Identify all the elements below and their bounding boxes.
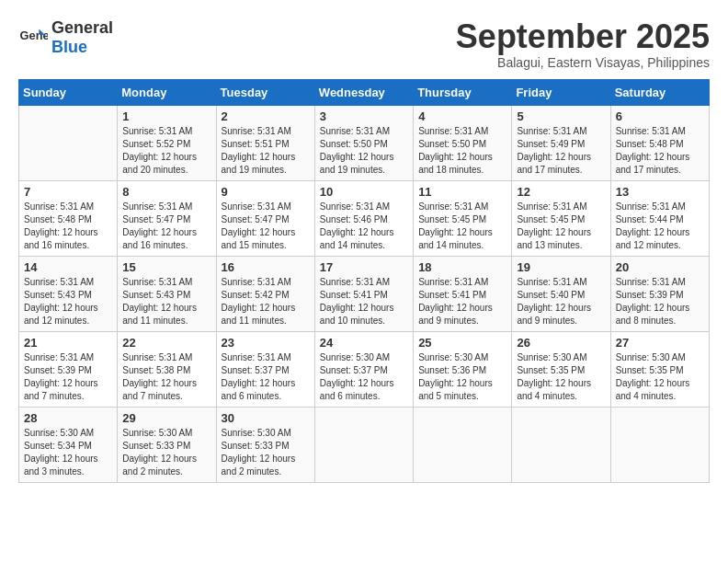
- header-day: Thursday: [414, 79, 512, 105]
- calendar-cell: 5Sunrise: 5:31 AM Sunset: 5:49 PM Daylig…: [512, 105, 610, 180]
- cell-info: Sunrise: 5:31 AM Sunset: 5:44 PM Dayligh…: [616, 201, 704, 252]
- day-number: 17: [320, 260, 408, 274]
- calendar-week-row: 1Sunrise: 5:31 AM Sunset: 5:52 PM Daylig…: [19, 105, 710, 180]
- calendar-cell: 6Sunrise: 5:31 AM Sunset: 5:48 PM Daylig…: [610, 105, 709, 180]
- day-number: 11: [418, 185, 506, 199]
- calendar-cell: 30Sunrise: 5:30 AM Sunset: 5:33 PM Dayli…: [216, 407, 314, 482]
- cell-info: Sunrise: 5:31 AM Sunset: 5:38 PM Dayligh…: [122, 351, 210, 403]
- calendar-cell: 9Sunrise: 5:31 AM Sunset: 5:47 PM Daylig…: [216, 180, 314, 256]
- cell-info: Sunrise: 5:30 AM Sunset: 5:35 PM Dayligh…: [616, 351, 704, 403]
- header-day: Sunday: [19, 79, 118, 105]
- calendar-cell: 7Sunrise: 5:31 AM Sunset: 5:48 PM Daylig…: [19, 180, 118, 256]
- day-number: 9: [222, 185, 310, 199]
- cell-info: Sunrise: 5:31 AM Sunset: 5:52 PM Dayligh…: [122, 125, 210, 177]
- day-number: 30: [222, 411, 310, 425]
- cell-info: Sunrise: 5:31 AM Sunset: 5:39 PM Dayligh…: [616, 276, 704, 327]
- day-number: 5: [517, 109, 605, 123]
- calendar-cell: 4Sunrise: 5:31 AM Sunset: 5:50 PM Daylig…: [414, 105, 512, 180]
- location: Balagui, Eastern Visayas, Philippines: [456, 55, 710, 70]
- calendar-week-row: 14Sunrise: 5:31 AM Sunset: 5:43 PM Dayli…: [19, 256, 710, 331]
- calendar-cell: 17Sunrise: 5:31 AM Sunset: 5:41 PM Dayli…: [314, 256, 413, 331]
- cell-info: Sunrise: 5:31 AM Sunset: 5:40 PM Dayligh…: [517, 276, 605, 327]
- cell-info: Sunrise: 5:30 AM Sunset: 5:33 PM Dayligh…: [122, 427, 210, 478]
- calendar-cell: 16Sunrise: 5:31 AM Sunset: 5:42 PM Dayli…: [216, 256, 314, 331]
- cell-info: Sunrise: 5:31 AM Sunset: 5:47 PM Dayligh…: [222, 201, 310, 252]
- logo-general-text: General: [51, 18, 113, 37]
- cell-info: Sunrise: 5:31 AM Sunset: 5:48 PM Dayligh…: [616, 125, 704, 177]
- day-number: 14: [24, 260, 112, 274]
- header: General General Blue September 2025 Bala…: [18, 18, 710, 70]
- day-number: 2: [222, 109, 310, 123]
- day-number: 15: [122, 260, 210, 274]
- calendar-cell: 20Sunrise: 5:31 AM Sunset: 5:39 PM Dayli…: [610, 256, 709, 331]
- month-title: September 2025: [456, 18, 710, 55]
- calendar-cell: 23Sunrise: 5:31 AM Sunset: 5:37 PM Dayli…: [216, 331, 314, 407]
- header-day: Saturday: [610, 79, 709, 105]
- cell-info: Sunrise: 5:30 AM Sunset: 5:36 PM Dayligh…: [418, 351, 506, 403]
- calendar-cell: 2Sunrise: 5:31 AM Sunset: 5:51 PM Daylig…: [216, 105, 314, 180]
- cell-info: Sunrise: 5:30 AM Sunset: 5:35 PM Dayligh…: [517, 351, 605, 403]
- day-number: 19: [517, 260, 605, 274]
- calendar-cell: [19, 105, 118, 180]
- header-day: Monday: [118, 79, 216, 105]
- day-number: 6: [616, 109, 704, 123]
- cell-info: Sunrise: 5:31 AM Sunset: 5:43 PM Dayligh…: [122, 276, 210, 327]
- cell-info: Sunrise: 5:31 AM Sunset: 5:46 PM Dayligh…: [320, 201, 408, 252]
- cell-info: Sunrise: 5:31 AM Sunset: 5:51 PM Dayligh…: [222, 125, 310, 177]
- cell-info: Sunrise: 5:31 AM Sunset: 5:48 PM Dayligh…: [24, 201, 112, 252]
- calendar-cell: 15Sunrise: 5:31 AM Sunset: 5:43 PM Dayli…: [118, 256, 216, 331]
- title-area: September 2025 Balagui, Eastern Visayas,…: [456, 18, 710, 70]
- day-number: 10: [320, 185, 408, 199]
- day-number: 29: [122, 411, 210, 425]
- cell-info: Sunrise: 5:31 AM Sunset: 5:41 PM Dayligh…: [320, 276, 408, 327]
- day-number: 7: [24, 185, 112, 199]
- calendar-cell: 1Sunrise: 5:31 AM Sunset: 5:52 PM Daylig…: [118, 105, 216, 180]
- calendar-cell: 13Sunrise: 5:31 AM Sunset: 5:44 PM Dayli…: [610, 180, 709, 256]
- cell-info: Sunrise: 5:31 AM Sunset: 5:37 PM Dayligh…: [222, 351, 310, 403]
- cell-info: Sunrise: 5:30 AM Sunset: 5:33 PM Dayligh…: [222, 427, 310, 478]
- calendar-cell: 29Sunrise: 5:30 AM Sunset: 5:33 PM Dayli…: [118, 407, 216, 482]
- calendar-cell: [512, 407, 610, 482]
- day-number: 4: [418, 109, 506, 123]
- day-number: 8: [122, 185, 210, 199]
- cell-info: Sunrise: 5:31 AM Sunset: 5:45 PM Dayligh…: [517, 201, 605, 252]
- day-number: 27: [616, 336, 704, 350]
- day-number: 16: [222, 260, 310, 274]
- calendar-cell: 25Sunrise: 5:30 AM Sunset: 5:36 PM Dayli…: [414, 331, 512, 407]
- calendar-week-row: 7Sunrise: 5:31 AM Sunset: 5:48 PM Daylig…: [19, 180, 710, 256]
- day-number: 28: [24, 411, 112, 425]
- calendar-cell: 27Sunrise: 5:30 AM Sunset: 5:35 PM Dayli…: [610, 331, 709, 407]
- calendar-cell: 24Sunrise: 5:30 AM Sunset: 5:37 PM Dayli…: [314, 331, 413, 407]
- cell-info: Sunrise: 5:31 AM Sunset: 5:43 PM Dayligh…: [24, 276, 112, 327]
- day-number: 3: [320, 109, 408, 123]
- calendar-cell: [414, 407, 512, 482]
- calendar-cell: 8Sunrise: 5:31 AM Sunset: 5:47 PM Daylig…: [118, 180, 216, 256]
- cell-info: Sunrise: 5:31 AM Sunset: 5:41 PM Dayligh…: [418, 276, 506, 327]
- cell-info: Sunrise: 5:31 AM Sunset: 5:39 PM Dayligh…: [24, 351, 112, 403]
- day-number: 26: [517, 336, 605, 350]
- day-number: 21: [24, 336, 112, 350]
- logo-blue-text: Blue: [51, 38, 87, 56]
- cell-info: Sunrise: 5:31 AM Sunset: 5:49 PM Dayligh…: [517, 125, 605, 177]
- cell-info: Sunrise: 5:31 AM Sunset: 5:50 PM Dayligh…: [418, 125, 506, 177]
- calendar-table: SundayMondayTuesdayWednesdayThursdayFrid…: [18, 79, 710, 483]
- cell-info: Sunrise: 5:31 AM Sunset: 5:42 PM Dayligh…: [222, 276, 310, 327]
- cell-info: Sunrise: 5:31 AM Sunset: 5:45 PM Dayligh…: [418, 201, 506, 252]
- logo: General General Blue: [18, 18, 113, 57]
- header-day: Friday: [512, 79, 610, 105]
- header-day: Tuesday: [216, 79, 314, 105]
- calendar-cell: 21Sunrise: 5:31 AM Sunset: 5:39 PM Dayli…: [19, 331, 118, 407]
- day-number: 25: [418, 336, 506, 350]
- calendar-cell: 11Sunrise: 5:31 AM Sunset: 5:45 PM Dayli…: [414, 180, 512, 256]
- calendar-cell: 19Sunrise: 5:31 AM Sunset: 5:40 PM Dayli…: [512, 256, 610, 331]
- calendar-cell: 22Sunrise: 5:31 AM Sunset: 5:38 PM Dayli…: [118, 331, 216, 407]
- calendar-cell: 26Sunrise: 5:30 AM Sunset: 5:35 PM Dayli…: [512, 331, 610, 407]
- calendar-week-row: 21Sunrise: 5:31 AM Sunset: 5:39 PM Dayli…: [19, 331, 710, 407]
- calendar-week-row: 28Sunrise: 5:30 AM Sunset: 5:34 PM Dayli…: [19, 407, 710, 482]
- calendar-cell: 18Sunrise: 5:31 AM Sunset: 5:41 PM Dayli…: [414, 256, 512, 331]
- cell-info: Sunrise: 5:31 AM Sunset: 5:47 PM Dayligh…: [122, 201, 210, 252]
- day-number: 1: [122, 109, 210, 123]
- day-number: 20: [616, 260, 704, 274]
- day-number: 13: [616, 185, 704, 199]
- calendar-cell: 28Sunrise: 5:30 AM Sunset: 5:34 PM Dayli…: [19, 407, 118, 482]
